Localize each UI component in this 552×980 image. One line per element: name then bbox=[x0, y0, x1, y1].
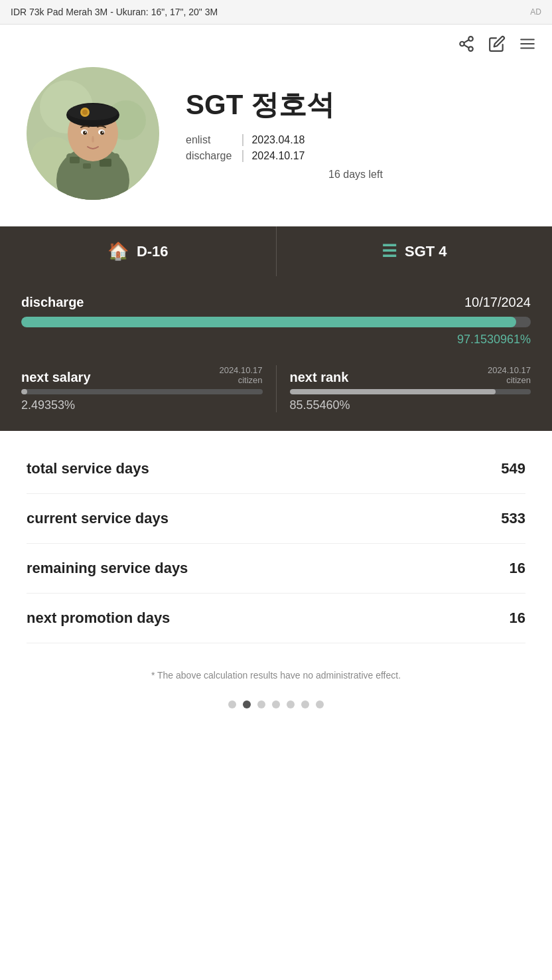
discharge-progress-fill bbox=[21, 317, 516, 327]
panel-tabs: 🏠 D-16 ☰ SGT 4 bbox=[0, 226, 552, 276]
next-salary-pct: 2.49353% bbox=[21, 398, 263, 412]
share-icon[interactable] bbox=[458, 35, 475, 56]
discharge-progress-bar bbox=[21, 317, 531, 327]
remaining-service-value: 16 bbox=[510, 560, 525, 577]
profile-info: SGT 정호석 enlist 2023.04.18 discharge 2024… bbox=[186, 86, 525, 181]
next-rank-header: next rank 2024.10.17 citizen bbox=[290, 365, 531, 385]
next-rank-value-label: citizen bbox=[488, 375, 531, 385]
pagination-dots bbox=[0, 687, 552, 728]
sub-stats-row: next salary 2024.10.17 citizen 2.49353% … bbox=[21, 365, 531, 412]
discharge-row: discharge 10/17/2024 bbox=[21, 295, 531, 310]
svg-point-27 bbox=[85, 131, 86, 133]
dot-1[interactable] bbox=[243, 700, 251, 708]
next-salary-value-label: citizen bbox=[219, 375, 262, 385]
dot-6[interactable] bbox=[316, 700, 324, 708]
ad-text: IDR 73k Pad Merah 3M - Ukuran: 16", 17",… bbox=[11, 7, 218, 17]
total-service-value: 549 bbox=[501, 460, 525, 477]
footnote-text: * The above calculation results have no … bbox=[151, 670, 401, 681]
discharge-label: discharge bbox=[186, 150, 232, 162]
discharge-date: 2024.10.17 bbox=[242, 150, 525, 162]
next-rank-progress bbox=[290, 389, 531, 394]
menu-icon[interactable] bbox=[519, 35, 536, 56]
home-icon: 🏠 bbox=[107, 241, 129, 262]
ad-banner: IDR 73k Pad Merah 3M - Ukuran: 16", 17",… bbox=[0, 0, 552, 25]
next-rank-title: next rank bbox=[290, 370, 349, 385]
next-rank-pct: 85.55460% bbox=[290, 398, 531, 412]
next-salary-fill bbox=[21, 389, 27, 394]
svg-point-22 bbox=[82, 110, 88, 115]
discharge-progress-pct: 97.1530961% bbox=[21, 333, 531, 347]
svg-rect-15 bbox=[83, 163, 91, 169]
tab-home-label: D-16 bbox=[137, 243, 169, 260]
tab-rank[interactable]: ☰ SGT 4 bbox=[277, 226, 553, 276]
list-icon: ☰ bbox=[381, 241, 397, 262]
svg-point-26 bbox=[100, 131, 104, 135]
edit-icon[interactable] bbox=[488, 35, 506, 56]
svg-line-3 bbox=[464, 45, 468, 48]
tab-home[interactable]: 🏠 D-16 bbox=[0, 226, 277, 276]
discharge-panel-label: discharge bbox=[21, 295, 84, 310]
days-left-text: 16 days left bbox=[186, 169, 525, 181]
profile-name: SGT 정호석 bbox=[186, 86, 525, 123]
enlist-label: enlist bbox=[186, 134, 232, 146]
total-service-label: total service days bbox=[27, 460, 149, 477]
next-salary-progress bbox=[21, 389, 263, 394]
dot-3[interactable] bbox=[272, 700, 280, 708]
next-rank-fill bbox=[290, 389, 496, 394]
stat-row-current: current service days 533 bbox=[27, 494, 525, 544]
stat-row-total: total service days 549 bbox=[27, 444, 525, 494]
discharge-panel-date: 10/17/2024 bbox=[464, 295, 531, 310]
enlist-date: 2023.04.18 bbox=[242, 134, 525, 146]
panel-body: discharge 10/17/2024 97.1530961% next sa… bbox=[0, 276, 552, 431]
next-salary-header: next salary 2024.10.17 citizen bbox=[21, 365, 263, 385]
next-rank-stat: next rank 2024.10.17 citizen 85.55460% bbox=[276, 365, 531, 412]
dot-4[interactable] bbox=[287, 700, 295, 708]
stats-section: total service days 549 current service d… bbox=[0, 431, 552, 657]
next-salary-stat: next salary 2024.10.17 citizen 2.49353% bbox=[21, 365, 276, 412]
next-rank-date: 2024.10.17 bbox=[488, 365, 531, 375]
profile-section: SGT 정호석 enlist 2023.04.18 discharge 2024… bbox=[0, 67, 552, 226]
avatar bbox=[27, 67, 159, 200]
svg-line-4 bbox=[464, 40, 468, 42]
current-service-label: current service days bbox=[27, 510, 169, 527]
next-promotion-value: 16 bbox=[510, 610, 525, 627]
remaining-service-label: remaining service days bbox=[27, 560, 188, 577]
svg-point-25 bbox=[83, 131, 87, 135]
footnote: * The above calculation results have no … bbox=[0, 657, 552, 687]
dot-0[interactable] bbox=[228, 700, 236, 708]
toolbar bbox=[0, 25, 552, 67]
svg-rect-14 bbox=[70, 157, 80, 163]
dot-5[interactable] bbox=[301, 700, 309, 708]
profile-dates: enlist 2023.04.18 discharge 2024.10.17 1… bbox=[186, 134, 525, 181]
next-salary-title: next salary bbox=[21, 370, 91, 385]
tab-rank-label: SGT 4 bbox=[405, 243, 447, 260]
stat-row-remaining: remaining service days 16 bbox=[27, 544, 525, 594]
svg-rect-16 bbox=[100, 159, 111, 167]
dot-2[interactable] bbox=[257, 700, 265, 708]
dark-panel: 🏠 D-16 ☰ SGT 4 discharge 10/17/2024 97.1… bbox=[0, 226, 552, 431]
current-service-value: 533 bbox=[501, 510, 525, 527]
next-promotion-label: next promotion days bbox=[27, 610, 170, 627]
svg-point-20 bbox=[68, 104, 118, 120]
next-salary-date: 2024.10.17 bbox=[219, 365, 262, 375]
stat-row-promotion: next promotion days 16 bbox=[27, 594, 525, 643]
svg-point-28 bbox=[102, 131, 104, 133]
ad-label: AD bbox=[530, 7, 541, 17]
